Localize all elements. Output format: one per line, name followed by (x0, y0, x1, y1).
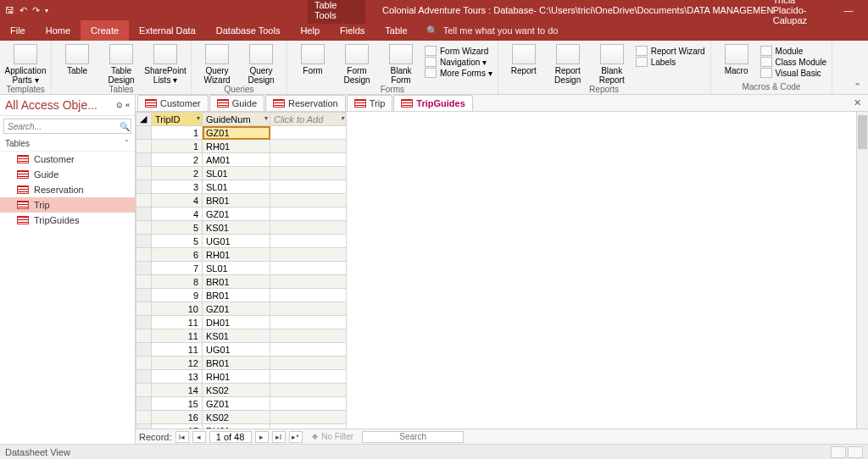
row-selector[interactable] (136, 411, 152, 424)
cell-empty[interactable] (270, 167, 347, 180)
cell-tripid[interactable]: 2 (152, 167, 203, 180)
row-selector[interactable] (136, 302, 152, 316)
ribbon-visual-basic-button[interactable]: Visual Basic (760, 68, 827, 78)
ribbon-query-wizard-button[interactable]: Query Wizard (197, 44, 237, 85)
cell-tripid[interactable]: 9 (152, 289, 203, 302)
table-row[interactable]: 4GZ01 (136, 207, 347, 221)
cell-empty[interactable] (270, 357, 347, 370)
cell-tripid[interactable]: 5 (152, 235, 203, 248)
ribbon-table-design-button[interactable]: Table Design (101, 44, 142, 85)
nav-table-guide[interactable]: Guide (0, 167, 135, 182)
cell-guidenum[interactable]: SL01 (203, 262, 270, 275)
cell-guidenum[interactable]: GZ01 (203, 207, 270, 221)
cell-tripid[interactable]: 7 (152, 262, 203, 275)
row-selector[interactable] (136, 370, 152, 384)
table-row[interactable]: 4BR01 (136, 194, 347, 207)
table-row[interactable]: 1RH01 (136, 140, 347, 153)
row-selector[interactable] (136, 357, 152, 370)
cell-guidenum[interactable]: BR01 (203, 289, 270, 302)
menu-tab-file[interactable]: File (0, 20, 36, 41)
table-row[interactable]: 12BR01 (136, 357, 347, 370)
ribbon-form-wizard-button[interactable]: Form Wizard (425, 46, 492, 56)
object-tab-customer[interactable]: Customer (137, 95, 209, 111)
cell-guidenum[interactable]: AM01 (203, 153, 270, 167)
record-search-input[interactable] (362, 431, 464, 443)
cell-tripid[interactable]: 1 (152, 140, 203, 153)
cell-empty[interactable] (270, 221, 347, 235)
menu-tab-external-data[interactable]: External Data (129, 20, 206, 41)
nav-search[interactable]: 🔍 (3, 119, 131, 134)
cell-guidenum[interactable]: BR01 (203, 194, 270, 207)
cell-tripid[interactable]: 6 (152, 248, 203, 262)
no-filter-label[interactable]: ⯁ No Filter (311, 432, 354, 441)
cell-guidenum[interactable]: BR01 (203, 357, 270, 370)
datasheet-view-button[interactable] (831, 446, 846, 458)
ribbon-macro-button[interactable]: Macro (716, 44, 757, 75)
row-selector[interactable] (136, 424, 152, 429)
prev-record-button[interactable]: ◂ (192, 431, 206, 443)
cell-empty[interactable] (270, 262, 347, 275)
cell-empty[interactable] (270, 207, 347, 221)
cell-guidenum[interactable]: BR01 (203, 275, 270, 289)
table-row[interactable]: 6RH01 (136, 248, 347, 262)
table-row[interactable]: 2AM01 (136, 153, 347, 167)
ribbon-labels-button[interactable]: Labels (636, 57, 705, 67)
object-tab-guide[interactable]: Guide (209, 95, 264, 111)
row-selector[interactable] (136, 194, 152, 207)
table-row[interactable]: 10GZ01 (136, 302, 347, 316)
row-selector[interactable] (136, 289, 152, 302)
row-selector[interactable] (136, 397, 152, 411)
collapse-icon[interactable]: ⌃ (124, 139, 130, 148)
row-selector[interactable] (136, 275, 152, 289)
cell-tripid[interactable]: 1 (152, 126, 203, 140)
cell-guidenum[interactable]: DH01 (203, 316, 270, 329)
cell-guidenum[interactable]: UG01 (203, 235, 270, 248)
cell-empty[interactable] (270, 275, 347, 289)
object-tab-trip[interactable]: Trip (347, 95, 393, 111)
cell-guidenum[interactable]: GZ01 (203, 126, 270, 140)
cell-tripid[interactable]: 11 (152, 343, 203, 357)
cell-empty[interactable] (270, 316, 347, 329)
cell-empty[interactable] (270, 140, 347, 153)
cell-tripid[interactable]: 13 (152, 370, 203, 384)
cell-tripid[interactable]: 8 (152, 275, 203, 289)
select-all-corner[interactable]: ◢ (136, 113, 152, 126)
ribbon-report-wizard-button[interactable]: Report Wizard (636, 46, 705, 56)
cell-tripid[interactable]: 15 (152, 397, 203, 411)
cell-tripid[interactable]: 17 (152, 424, 203, 429)
cell-guidenum[interactable]: KS01 (203, 221, 270, 235)
ribbon-form-button[interactable]: Form (292, 44, 333, 75)
table-row[interactable]: 16KS02 (136, 411, 347, 424)
table-row[interactable]: 17RH01 (136, 424, 347, 429)
table-row[interactable]: 9BR01 (136, 289, 347, 302)
table-row[interactable]: 11UG01 (136, 343, 347, 357)
save-icon[interactable]: 🖫 (5, 5, 14, 15)
ribbon-report-button[interactable]: Report (504, 44, 544, 75)
minimize-button[interactable]: — (842, 5, 855, 15)
table-row[interactable]: 13RH01 (136, 370, 347, 384)
collapse-ribbon-icon[interactable]: ⌃ (847, 80, 868, 94)
undo-icon[interactable]: ↶ (19, 5, 27, 16)
qat-dropdown-icon[interactable]: ▾ (45, 7, 48, 14)
cell-empty[interactable] (270, 153, 347, 167)
ribbon-navigation--button[interactable]: Navigation ▾ (425, 57, 492, 67)
row-selector[interactable] (136, 248, 152, 262)
row-selector[interactable] (136, 316, 152, 329)
ribbon-blank-form-button[interactable]: Blank Form (381, 44, 421, 85)
column-dropdown-icon[interactable]: ▾ (264, 114, 268, 122)
nav-table-trip[interactable]: Trip (0, 197, 135, 213)
cell-guidenum[interactable]: KS01 (203, 329, 270, 343)
cell-empty[interactable] (270, 180, 347, 194)
row-selector[interactable] (136, 329, 152, 343)
close-tab-button[interactable]: ✕ (847, 95, 868, 111)
cell-guidenum[interactable]: GZ01 (203, 302, 270, 316)
tell-me-search[interactable]: 🔍Tell me what you want to do (426, 20, 559, 41)
cell-empty[interactable] (270, 329, 347, 343)
cell-tripid[interactable]: 2 (152, 153, 203, 167)
cell-tripid[interactable]: 12 (152, 357, 203, 370)
column-header-click-to-add[interactable]: Click to Add▾ (270, 113, 347, 126)
menu-tab-database-tools[interactable]: Database Tools (206, 20, 291, 41)
menu-tab-help[interactable]: Help (290, 20, 330, 41)
row-selector[interactable] (136, 180, 152, 194)
ribbon-table-button[interactable]: Table (57, 44, 97, 75)
